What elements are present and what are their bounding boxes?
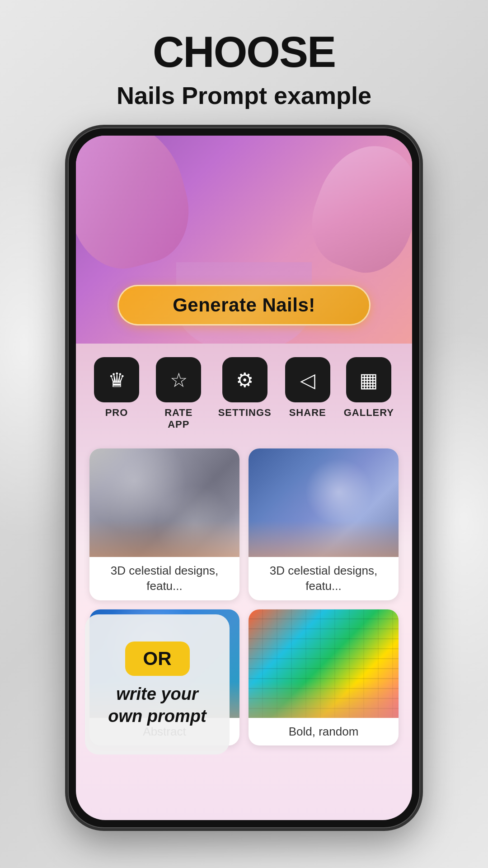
action-row: ♛ PRO ☆ RATE APP ⚙ SETTINGS ◁ <box>76 344 412 439</box>
skin-overlay-1 <box>89 521 239 557</box>
nail-grid: 3D celestial designs, featu... 3D celest… <box>76 439 412 755</box>
pro-label: PRO <box>105 407 128 419</box>
or-text: write your own prompt <box>99 683 216 728</box>
hero-area: Generate Nails! <box>76 136 412 344</box>
gallery-label: GALLERY <box>344 407 394 419</box>
or-badge: OR <box>125 642 190 676</box>
share-icon: ◁ <box>300 368 315 392</box>
phone-screen: Generate Nails! ♛ PRO ☆ RATE APP ⚙ <box>76 136 412 820</box>
or-prompt-card: OR write your own prompt <box>85 614 230 755</box>
nail-image-2 <box>249 448 399 557</box>
nail-card-4[interactable]: Bold, random <box>249 609 399 746</box>
gallery-button[interactable]: ▦ <box>346 357 391 402</box>
crown-icon: ♛ <box>108 368 126 392</box>
skin-overlay-2 <box>249 521 399 557</box>
hero-decoration-2 <box>299 136 412 284</box>
gear-icon: ⚙ <box>236 368 253 392</box>
pro-button[interactable]: ♛ <box>94 357 139 402</box>
hero-decoration-1 <box>76 136 201 279</box>
share-action[interactable]: ◁ SHARE <box>285 357 330 430</box>
nail-caption-2: 3D celestial designs, featu... <box>249 557 399 600</box>
rate-action[interactable]: ☆ RATE APP <box>153 357 205 430</box>
gallery-action[interactable]: ▦ GALLERY <box>344 357 394 430</box>
share-button[interactable]: ◁ <box>285 357 330 402</box>
nail-caption-4: Bold, random <box>249 718 399 746</box>
skin-overlay-4 <box>249 682 399 718</box>
page-subtitle: Nails Prompt example <box>117 81 371 109</box>
phone-mockup: Generate Nails! ♛ PRO ☆ RATE APP ⚙ <box>68 127 420 828</box>
share-label: SHARE <box>289 407 326 419</box>
gallery-icon: ▦ <box>359 368 378 392</box>
page-title: CHOOSE <box>153 27 335 77</box>
pro-action[interactable]: ♛ PRO <box>94 357 139 430</box>
nail-card-2[interactable]: 3D celestial designs, featu... <box>249 448 399 600</box>
rate-label: RATE APP <box>153 407 205 430</box>
settings-label: SETTINGS <box>218 407 272 419</box>
generate-nails-label: Generate Nails! <box>173 294 315 316</box>
star-icon: ☆ <box>170 368 188 392</box>
nail-caption-1: 3D celestial designs, featu... <box>89 557 239 600</box>
nail-card-1[interactable]: 3D celestial designs, featu... <box>89 448 239 600</box>
generate-nails-button[interactable]: Generate Nails! <box>117 285 371 326</box>
settings-action[interactable]: ⚙ SETTINGS <box>218 357 272 430</box>
settings-button[interactable]: ⚙ <box>222 357 267 402</box>
nail-image-1 <box>89 448 239 557</box>
rate-button[interactable]: ☆ <box>156 357 201 402</box>
nail-image-4 <box>249 609 399 718</box>
